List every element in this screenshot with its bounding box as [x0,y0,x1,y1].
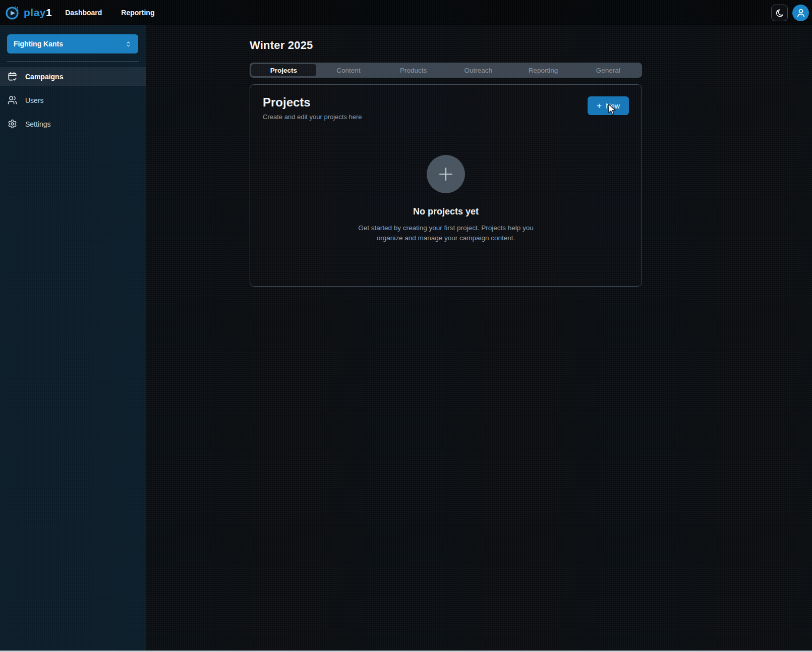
sidebar-item-label: Settings [25,120,51,128]
nav-link-reporting[interactable]: Reporting [121,9,154,17]
main-area: Winter 2025 Projects Content Products Ou… [146,25,812,652]
tab-general[interactable]: General [575,64,641,76]
campaign-content: Winter 2025 Projects Content Products Ou… [250,25,642,287]
plus-icon [437,165,455,183]
sidebar-nav: Campaigns Users Settings [0,67,146,133]
empty-state: No projects yet Get started by creating … [263,155,629,243]
empty-state-description: Get started by creating your first proje… [347,223,545,243]
chevrons-up-down-icon [125,41,132,47]
team-selector-label: Fighting Kants [14,40,63,48]
sidebar: Fighting Kants Campaigns [0,25,146,652]
sidebar-item-settings[interactable]: Settings [0,115,146,133]
topbar: play1 Dashboard Reporting [0,0,812,25]
projects-panel-subtitle: Create and edit your projects here [263,113,362,121]
sidebar-item-label: Campaigns [25,73,63,81]
projects-panel-heading: Projects Create and edit your projects h… [263,95,362,121]
user-avatar-icon [795,7,807,19]
sidebar-item-campaigns[interactable]: Campaigns [0,67,146,86]
topbar-actions [771,5,809,21]
user-avatar[interactable] [792,5,809,21]
nav-link-dashboard[interactable]: Dashboard [65,9,102,17]
calendar-check-icon [8,72,17,81]
sidebar-item-label: Users [25,96,44,104]
plus-icon: + [597,101,602,110]
theme-toggle-button[interactable] [771,5,788,21]
projects-panel-title: Projects [263,95,362,110]
new-project-button[interactable]: + New [588,96,629,115]
play1-logo-icon [5,5,20,20]
empty-state-title: No projects yet [413,206,479,217]
projects-panel-header: Projects Create and edit your projects h… [263,95,629,121]
team-selector-dropdown[interactable]: Fighting Kants [7,34,138,53]
app-logo[interactable]: play1 [5,5,52,20]
tab-products[interactable]: Products [381,64,446,76]
new-project-button-label: New [606,102,620,110]
top-navigation: Dashboard Reporting [65,9,154,17]
tab-projects[interactable]: Projects [251,64,316,76]
logo-wordmark: play1 [24,7,52,19]
campaign-tabs: Projects Content Products Outreach Repor… [250,63,642,78]
moon-star-icon [775,8,784,18]
users-icon [8,95,17,105]
sidebar-item-users[interactable]: Users [0,91,146,110]
page-title: Winter 2025 [250,39,642,52]
tab-content[interactable]: Content [316,64,381,76]
empty-state-plus-circle [427,155,465,193]
tab-outreach[interactable]: Outreach [446,64,511,76]
gear-icon [8,119,17,129]
sidebar-divider [7,61,139,62]
tab-reporting[interactable]: Reporting [511,64,576,76]
projects-panel: Projects Create and edit your projects h… [250,84,642,287]
